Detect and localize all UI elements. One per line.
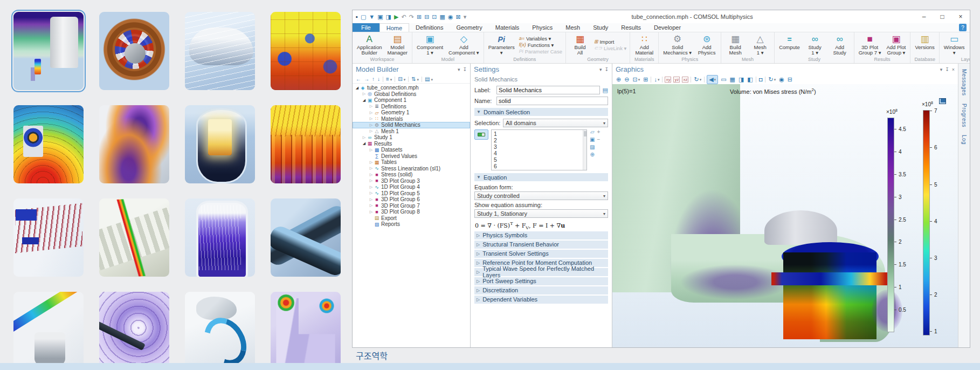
reset-desktop-button[interactable]: ↻ResetDesktop ▾	[968, 33, 970, 56]
section-transient-solver-settings[interactable]: ▷Transient Solver Settings	[474, 250, 608, 258]
section-equation[interactable]: ▼ Equation	[474, 173, 608, 181]
tree-expand-icon[interactable]: ▷	[369, 123, 374, 127]
tree-expand-icon[interactable]: ▷	[369, 104, 374, 108]
tree-expand-icon[interactable]: ▷	[369, 197, 374, 202]
paste-selection-icon[interactable]: ▣	[590, 137, 595, 142]
move-down-button[interactable]: ↓	[377, 76, 380, 82]
zoom-extents-button[interactable]: ⊞	[643, 76, 648, 84]
application-builder-button[interactable]: AApplicationBuilder	[355, 33, 384, 56]
close-button[interactable]: ×	[951, 11, 970, 23]
tree-item-3d-plot-group-6[interactable]: ▷■3D Plot Group 6	[353, 196, 470, 203]
section-structural-transient-behavior[interactable]: ▷Structural Transient Behavior	[474, 241, 608, 249]
tree-expand-icon[interactable]: ▷	[362, 92, 367, 96]
domain-list-item[interactable]: 3	[492, 143, 586, 150]
open-file-icon[interactable]: ▼	[369, 14, 375, 20]
versions-button[interactable]: ▥Versions	[913, 33, 936, 56]
tab-geometry[interactable]: Geometry	[450, 23, 488, 32]
mesh-button[interactable]: △Mesh1 ▾	[748, 33, 772, 56]
view-xz-button[interactable]: xz	[682, 77, 688, 83]
delete-icon[interactable]: ▦	[440, 14, 445, 20]
name-field[interactable]	[496, 97, 608, 105]
section-typical-wave-speed-for-perfectly-matched-layers[interactable]: ▷Typical Wave Speed for Perfectly Matche…	[474, 268, 608, 276]
thumb-pipe-junction-flow[interactable]	[271, 198, 341, 277]
side-tab-log[interactable]: Log	[961, 135, 967, 145]
tree-item-results[interactable]: ◢▦Results	[353, 141, 470, 147]
tab-mesh[interactable]: Mesh	[559, 23, 586, 32]
add-plot-group-button[interactable]: ▣Add PlotGroup ▾	[884, 33, 908, 56]
thumb-battery-cell-pack[interactable]	[271, 105, 341, 183]
update-button[interactable]: ↻▾	[768, 76, 776, 84]
tab-developer[interactable]: Developer	[647, 23, 687, 32]
tree-item-1d-plot-group-5[interactable]: ▷∿1D Plot Group 5	[353, 190, 470, 197]
tree-item-datasets[interactable]: ▷▩Datasets	[353, 147, 470, 153]
pin-icon[interactable]: ↧	[463, 67, 467, 72]
zoom-out-button[interactable]: ⊖	[624, 76, 630, 84]
domain-list-item[interactable]: 1	[492, 131, 586, 137]
view-xy-button[interactable]: xy	[665, 77, 671, 83]
tree-expand-icon[interactable]: ◢	[362, 98, 367, 102]
domain-list-item[interactable]: 5	[492, 156, 586, 163]
select-icon[interactable]: ⊠	[456, 14, 461, 20]
tree-expand-icon[interactable]: ▷	[369, 117, 374, 121]
thumb-tube-connection-stress[interactable]	[13, 12, 84, 90]
minimize-button[interactable]: –	[915, 11, 933, 23]
go-to-default-view-button[interactable]: ↓▾	[653, 76, 660, 84]
add-physics-button[interactable]: ⊛AddPhysics	[695, 33, 719, 56]
study-button[interactable]: ∞Study1 ▾	[803, 33, 827, 56]
tree-item-tables[interactable]: ▷▦Tables	[353, 159, 470, 166]
tree-expand-icon[interactable]: ▷	[369, 179, 374, 183]
solid-mechanics-button[interactable]: ⚙SolidMechanics ▾	[661, 33, 694, 56]
grid-button[interactable]: ▦	[729, 76, 736, 84]
thumb-bracket-stress[interactable]	[271, 292, 341, 370]
lock-camera-button[interactable]: ◘	[758, 76, 763, 84]
application-icon[interactable]: ▪	[356, 14, 358, 20]
active-selection-toggle[interactable]	[474, 129, 488, 140]
show-button[interactable]: ≡ ▾	[386, 76, 392, 82]
add-component-button[interactable]: ◇AddComponent ▾	[446, 33, 481, 56]
tree-item-3d-plot-group-8[interactable]: ▷■3D Plot Group 8	[353, 209, 470, 215]
build-mesh-button[interactable]: ▦BuildMesh	[723, 33, 747, 56]
tree-expand-icon[interactable]: ▷	[369, 160, 374, 165]
remove-from-selection-icon[interactable]: −	[597, 137, 600, 142]
show-properties-icon[interactable]: ▤	[603, 87, 608, 94]
thumb-hook-clamp-stress[interactable]	[185, 292, 255, 370]
tree-item-definitions[interactable]: ▷≣Definitions	[353, 104, 470, 110]
thumb-rotor-blade-stress[interactable]	[13, 292, 84, 370]
copy-icon[interactable]: ⊞	[417, 14, 422, 20]
domain-list-item[interactable]: 4	[492, 150, 586, 156]
side-tab-messages[interactable]: Messages	[961, 69, 967, 96]
pin-icon[interactable]: ↧	[945, 67, 949, 72]
redo-icon[interactable]: ↷	[409, 14, 414, 20]
tab-results[interactable]: Results	[615, 23, 647, 32]
create-selection-icon[interactable]: ▨	[590, 145, 595, 150]
panel-menu-icon[interactable]: ▾	[940, 67, 943, 72]
tree-item-solid-mechanics[interactable]: ▷⚙Solid Mechanics	[353, 122, 470, 128]
tree-item-derived-values[interactable]: ∑Derived Values	[353, 153, 470, 160]
section-dependent-variables[interactable]: ▷Dependent Variables	[474, 296, 608, 304]
scene-light-button[interactable]: ◀▾	[707, 75, 718, 84]
show-equation-combo[interactable]: Study 1, Stationary ▾	[474, 209, 608, 218]
tab-study[interactable]: Study	[586, 23, 615, 32]
tree-item-tube-connection-mph[interactable]: ◢◈tube_connection.mph	[353, 85, 470, 91]
view-yz-button[interactable]: yz	[673, 77, 680, 83]
build-all-button[interactable]: ▦BuildAll	[568, 33, 592, 56]
equation-form-combo[interactable]: Study controlled ▾	[474, 191, 608, 200]
new-file-icon[interactable]: ▢	[361, 14, 366, 20]
save-icon[interactable]: ▣	[377, 14, 383, 20]
add-to-selection-icon[interactable]: +	[597, 129, 600, 135]
tree-expand-icon[interactable]: ▷	[369, 185, 374, 189]
domain-list-item[interactable]: 2	[492, 137, 586, 143]
tree-item-reports[interactable]: ▨Reports	[353, 221, 470, 228]
plot-area[interactable]: lp(5)=1 Volume: von Mises stress (N/m2) …	[612, 84, 958, 347]
pin-icon[interactable]: ↧	[604, 67, 609, 72]
help-button[interactable]: ?	[959, 24, 967, 31]
tree-expand-icon[interactable]: ▷	[369, 210, 374, 214]
paste-icon[interactable]: ⊟	[424, 14, 429, 20]
tree-expand-icon[interactable]: ◢	[355, 86, 360, 90]
plot-window-icon[interactable]	[939, 98, 946, 104]
panel-menu-icon[interactable]: ▾	[599, 67, 602, 72]
tab-file[interactable]: File	[353, 23, 379, 32]
tree-item-study-1[interactable]: ▷∞Study 1	[353, 134, 470, 141]
save-as-icon[interactable]: ◨	[386, 14, 391, 20]
print-button[interactable]: ⊟	[787, 76, 793, 84]
